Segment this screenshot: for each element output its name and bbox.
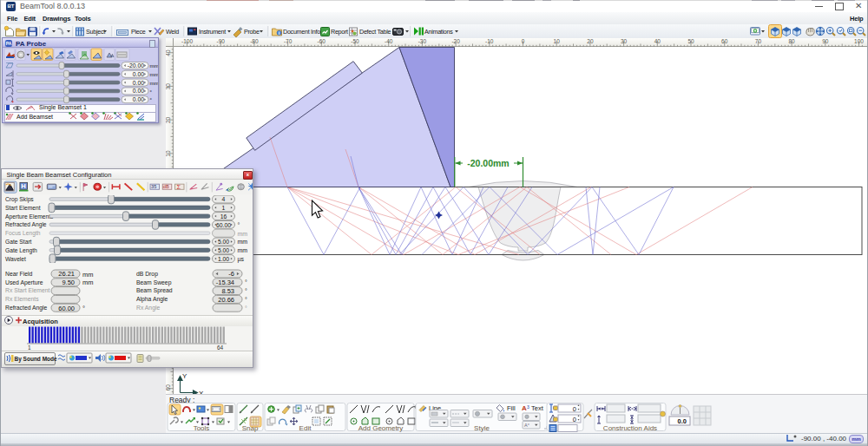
svg-text:-20.00mm: -20.00mm	[467, 158, 509, 168]
svg-text:0.00: 0.00	[133, 71, 144, 77]
svg-text:mm: mm	[82, 271, 94, 279]
svg-text:-60: -60	[318, 38, 326, 44]
svg-text:Construction Aids: Construction Aids	[603, 424, 657, 432]
svg-text:Rx Elements: Rx Elements	[5, 296, 39, 302]
svg-text:-100: -100	[181, 38, 193, 44]
svg-text:Gate Length: Gate Length	[5, 247, 37, 254]
svg-text:30: 30	[621, 38, 628, 44]
svg-text:Piece: Piece	[131, 28, 146, 36]
svg-text:Subject: Subject	[86, 28, 105, 36]
svg-text:Instrument: Instrument	[199, 28, 226, 36]
svg-text:-50: -50	[351, 38, 359, 44]
svg-text:Focus Length: Focus Length	[5, 230, 41, 237]
svg-text:5.00: 5.00	[218, 239, 229, 245]
svg-text:Beam Sweep: Beam Sweep	[136, 279, 172, 286]
svg-text:Y: Y	[182, 372, 187, 380]
svg-text:dB: dB	[163, 185, 169, 190]
svg-text:Σ: Σ	[176, 183, 181, 191]
svg-text:Defect Table: Defect Table	[359, 28, 391, 36]
svg-text:90: 90	[822, 38, 829, 44]
svg-text:80: 80	[788, 38, 795, 44]
svg-text:-80: -80	[250, 38, 259, 44]
svg-text:16: 16	[220, 213, 227, 220]
svg-text:µs: µs	[238, 256, 245, 263]
svg-text:°: °	[245, 279, 247, 285]
svg-text:0: 0	[522, 38, 525, 44]
svg-text:Document Info: Document Info	[283, 28, 320, 36]
svg-text:mm: mm	[150, 71, 159, 77]
svg-text:°: °	[245, 288, 247, 294]
svg-text:1: 1	[28, 344, 31, 351]
svg-text:-15.34: -15.34	[216, 279, 234, 286]
svg-text:10: 10	[554, 38, 561, 44]
svg-text:10: 10	[166, 150, 171, 157]
svg-text:A°: A°	[524, 423, 529, 428]
svg-text:°: °	[82, 305, 85, 312]
svg-text:Probe: Probe	[244, 28, 260, 36]
svg-text:Near Field: Near Field	[5, 271, 33, 277]
svg-text:Style: Style	[474, 424, 490, 432]
svg-text:°: °	[150, 96, 153, 102]
svg-text:Add Geometry: Add Geometry	[358, 424, 404, 432]
svg-text:60.00: 60.00	[58, 305, 75, 312]
svg-text:-20: -20	[451, 38, 460, 44]
svg-text:°: °	[245, 297, 247, 303]
svg-text:35: 35	[151, 185, 156, 190]
svg-text:0.0: 0.0	[678, 417, 687, 425]
svg-text:Text: Text	[531, 404, 544, 412]
svg-text:60.00: 60.00	[216, 222, 231, 228]
svg-text:°: °	[245, 305, 247, 312]
svg-text:1: 1	[222, 205, 226, 211]
svg-text:Alpha Angle: Alpha Angle	[136, 296, 168, 303]
svg-text:Edit: Edit	[299, 424, 312, 432]
svg-text:mm: mm	[238, 247, 248, 253]
svg-text:mm: mm	[238, 231, 248, 237]
svg-text:100: 100	[854, 38, 864, 44]
svg-text:Refracted Angle: Refracted Angle	[5, 305, 48, 312]
svg-text:°: °	[238, 222, 240, 228]
svg-text:Refracted Angle: Refracted Angle	[5, 221, 47, 228]
svg-text:26.21: 26.21	[58, 270, 75, 278]
svg-text:8.53: 8.53	[221, 287, 234, 295]
svg-text:Crop Skips: Crop Skips	[5, 196, 34, 203]
svg-text:20.66: 20.66	[218, 296, 234, 304]
svg-text:64: 64	[217, 344, 224, 351]
svg-text:60: 60	[721, 38, 728, 44]
svg-text:°: °	[150, 89, 153, 95]
svg-text:Report: Report	[331, 28, 348, 36]
svg-text:0.00: 0.00	[133, 88, 144, 94]
svg-text:20: 20	[587, 38, 594, 44]
svg-text:9.50: 9.50	[62, 279, 75, 286]
svg-text:0: 0	[573, 416, 576, 423]
svg-text:0.00: 0.00	[133, 96, 144, 102]
svg-text:Rx Angle: Rx Angle	[136, 305, 160, 312]
svg-text:20: 20	[166, 116, 171, 123]
svg-text:-90: -90	[216, 38, 225, 44]
svg-text:Aperture Elements: Aperture Elements	[5, 213, 54, 220]
svg-text:0.00: 0.00	[133, 80, 144, 86]
svg-text:0: 0	[573, 405, 576, 413]
svg-text:Tools: Tools	[194, 424, 210, 432]
svg-text:Start Element: Start Element	[5, 205, 41, 211]
svg-text:-20.00: -20.00	[128, 62, 144, 69]
svg-text:-70: -70	[284, 38, 293, 44]
svg-text:4: 4	[222, 196, 226, 202]
svg-text:30: 30	[166, 83, 171, 90]
svg-text:dB Drop: dB Drop	[136, 271, 158, 278]
svg-text:70: 70	[755, 38, 762, 44]
svg-text:Rx Start Element: Rx Start Element	[5, 287, 49, 293]
svg-text:mm: mm	[150, 80, 159, 86]
svg-text:40: 40	[654, 38, 661, 44]
svg-text:mm: mm	[82, 279, 94, 286]
svg-text:5.00: 5.00	[218, 247, 229, 253]
svg-text:Beam Spread: Beam Spread	[136, 287, 173, 294]
svg-text:H: H	[21, 183, 25, 191]
svg-text:mm: mm	[150, 62, 159, 69]
svg-text:3: 3	[527, 404, 529, 410]
svg-text:-6: -6	[228, 270, 234, 278]
svg-text:mm: mm	[238, 239, 248, 245]
svg-text:Weld: Weld	[166, 28, 179, 36]
svg-text:50: 50	[687, 38, 694, 44]
svg-text:Animations: Animations	[424, 28, 453, 36]
svg-text:60: 60	[166, 384, 171, 391]
